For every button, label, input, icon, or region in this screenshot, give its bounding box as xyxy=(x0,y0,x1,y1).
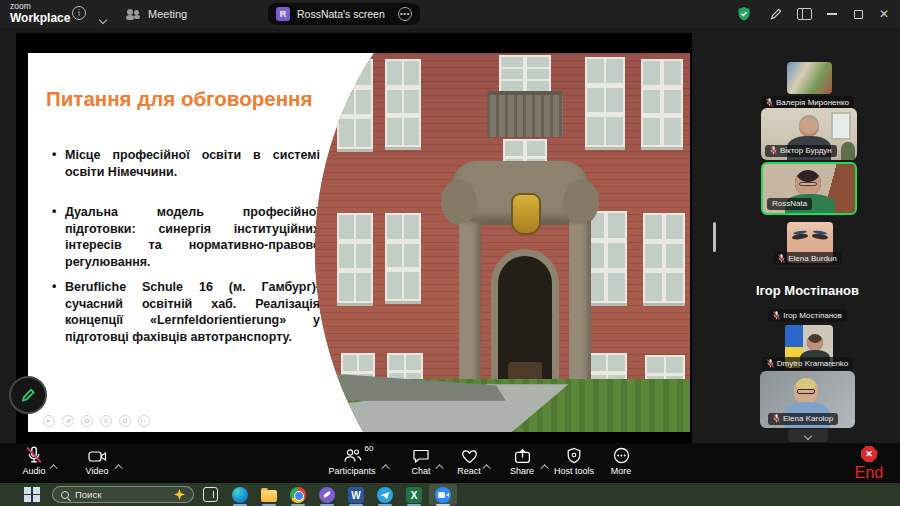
running-indicator xyxy=(291,504,305,506)
tab-options-icon[interactable]: ••• xyxy=(398,7,412,21)
running-indicator xyxy=(320,504,334,506)
black-screen-icon[interactable] xyxy=(119,415,131,427)
close-button[interactable]: ✕ xyxy=(872,0,896,28)
muted-mic-icon xyxy=(773,311,780,320)
scroll-more-participants-button[interactable] xyxy=(788,429,828,442)
participant-label-row: Валерія Мироненко xyxy=(740,96,875,109)
tab-rossnata-screen[interactable]: R RossNata's screen ••• xyxy=(268,3,420,25)
more-label: More xyxy=(611,466,632,476)
participants-count: 60 xyxy=(365,444,374,453)
react-options-chevron[interactable] xyxy=(485,456,491,474)
running-indicator xyxy=(436,504,450,506)
info-icon[interactable]: i xyxy=(72,6,86,20)
window-titlebar: zoom Workplace i Meeting R RossNata's sc… xyxy=(0,0,900,28)
participant-label-row: Ігор Мостіпанов xyxy=(740,309,875,322)
slide-bullet-2: Дуальна модель професійної підготовки: с… xyxy=(42,204,320,271)
muted-mic-icon xyxy=(767,359,774,368)
plant xyxy=(841,142,855,160)
room-window xyxy=(831,112,851,140)
audio-label: Audio xyxy=(22,466,45,476)
building-window xyxy=(585,211,627,303)
end-octagon-icon: ✕ xyxy=(861,446,877,462)
viber-icon[interactable] xyxy=(319,487,335,503)
start-button[interactable] xyxy=(24,487,40,503)
participant-label-row: Dmytro Kramarenko xyxy=(740,357,875,370)
presentation-slide: Питання для обговорення Місце професійно… xyxy=(28,53,690,432)
zoom-app-icon[interactable] xyxy=(435,487,451,503)
minimize-button[interactable] xyxy=(820,0,844,28)
running-indicator xyxy=(262,504,276,506)
green-pencil-icon xyxy=(19,386,37,404)
end-label: End xyxy=(855,464,883,482)
windows-taskbar: Поиск W X xyxy=(0,483,900,506)
screen-tab-label: RossNata's screen xyxy=(297,8,391,20)
participant-tile-ihor-video-off[interactable]: Ігор Мостіпанов xyxy=(730,283,885,298)
participants-options-chevron[interactable] xyxy=(384,456,390,474)
participant-name: RossNata xyxy=(772,199,807,208)
participant-name-pill: Elena Karolop xyxy=(768,413,838,426)
building-window xyxy=(641,59,683,147)
building-window xyxy=(499,55,551,95)
building-window xyxy=(585,57,625,147)
excel-icon[interactable]: X xyxy=(406,487,422,503)
chevron-down-icon xyxy=(804,431,812,439)
presenter-controls xyxy=(43,415,150,427)
more-options-icon[interactable] xyxy=(138,415,150,427)
taskbar-search[interactable]: Поиск xyxy=(52,486,194,503)
tab-meeting[interactable]: Meeting xyxy=(126,0,187,28)
glasses xyxy=(799,182,817,186)
participant-tile-karolop[interactable]: Elena Karolop xyxy=(760,371,855,428)
maximize-button[interactable] xyxy=(846,0,870,28)
chat-icon xyxy=(412,446,430,464)
participant-name-pill: RossNata xyxy=(767,198,812,211)
annotation-pencil-button[interactable] xyxy=(9,376,47,414)
show-all-slides-icon[interactable] xyxy=(81,415,93,427)
participant-name-pill: Dmytro Kramarenko xyxy=(762,357,854,370)
end-meeting-button[interactable]: ✕ End xyxy=(844,446,894,482)
running-indicator xyxy=(349,504,363,506)
participant-name: Віктор Бурдун xyxy=(780,146,832,155)
zoom-workplace-logo: zoom Workplace xyxy=(10,2,70,24)
host-tools-label: Host tools xyxy=(554,466,594,476)
chrome-icon[interactable] xyxy=(290,487,306,503)
participant-tile-rossnata-active-speaker[interactable]: RossNata xyxy=(761,162,857,215)
muted-mic-icon xyxy=(770,146,777,155)
host-tools-shield-icon xyxy=(566,446,582,464)
screen-share-badge: R xyxy=(276,7,290,21)
task-view-button[interactable] xyxy=(203,487,218,502)
participant-tile-viktor[interactable]: Віктор Бурдун xyxy=(761,108,857,160)
play-icon[interactable] xyxy=(43,415,55,427)
edge-browser-icon[interactable] xyxy=(232,487,248,503)
hamburg-emblem xyxy=(511,193,541,235)
building-window xyxy=(337,213,373,303)
more-button[interactable]: More xyxy=(592,446,650,476)
annotate-pencil-icon[interactable] xyxy=(764,0,788,28)
word-icon[interactable]: W xyxy=(348,487,364,503)
chevron-down-icon[interactable] xyxy=(100,9,106,27)
participant-tile-valeria[interactable] xyxy=(787,62,832,94)
meeting-tab-label: Meeting xyxy=(148,8,187,20)
participants-button[interactable]: 60 Participants xyxy=(323,446,381,476)
building-window xyxy=(385,213,421,301)
participant-name: Dmytro Kramarenko xyxy=(777,359,849,368)
slide-title: Питання для обговорення xyxy=(46,87,346,111)
participant-name: Elena Karolop xyxy=(783,414,833,423)
security-shield-icon[interactable] xyxy=(732,0,756,28)
pen-icon[interactable] xyxy=(62,415,74,427)
view-layout-icon[interactable] xyxy=(792,0,816,28)
participant-label-row: Elena Burdun xyxy=(740,252,875,265)
mic-muted-icon xyxy=(26,446,42,464)
running-indicator xyxy=(233,504,247,506)
participants-scrollbar[interactable] xyxy=(713,222,716,252)
telegram-icon[interactable] xyxy=(377,487,393,503)
file-explorer-icon[interactable] xyxy=(261,487,277,503)
audio-options-chevron[interactable] xyxy=(52,456,58,474)
video-options-chevron[interactable] xyxy=(117,456,123,474)
slide-bullet-1: Місце професійної освіти в системі освіт… xyxy=(42,147,320,180)
search-highlights-sparkle-icon xyxy=(174,489,185,500)
search-placeholder: Поиск xyxy=(75,489,101,500)
building-window xyxy=(385,59,421,147)
zoom-slide-icon[interactable] xyxy=(100,415,112,427)
search-icon xyxy=(61,491,69,499)
participant-name-pill: Валерія Мироненко xyxy=(761,96,854,109)
